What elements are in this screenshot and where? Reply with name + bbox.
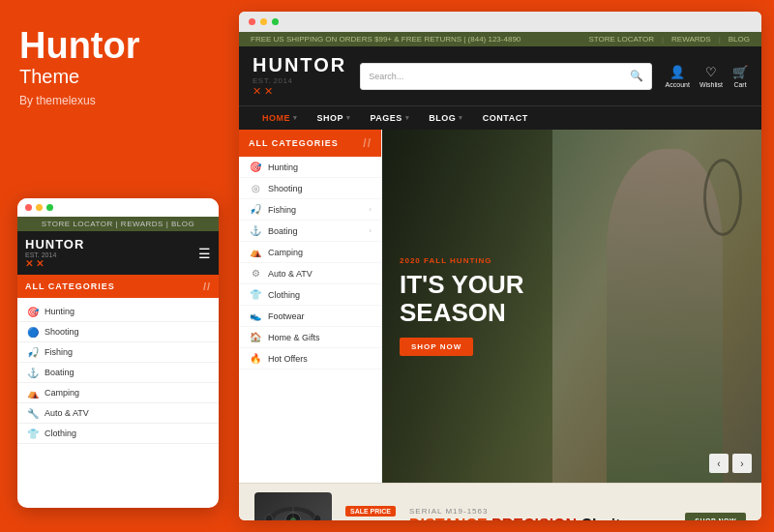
nav-pages-label: PAGES — [371, 113, 402, 123]
browser-dot-green — [272, 18, 279, 25]
mobile-cat-icon: 🎯 — [27, 306, 39, 317]
nav-pages[interactable]: PAGES ▾ — [361, 106, 420, 130]
category-list: 🎯 Hunting ◎ Shooting 🎣 Fishing › — [239, 157, 381, 369]
nav-blog-label: BLOG — [429, 113, 456, 123]
site-header: HUNTOR EST. 2014 ✕ ✕ Search... 🔍 👤 Accou… — [239, 46, 761, 105]
cat-hunting-label: Hunting — [268, 163, 298, 172]
nav-contact[interactable]: CONTACT — [473, 106, 538, 130]
mobile-categories-header: ALL CATEGORIES — [17, 275, 219, 298]
promo-badge: SALE PRICE — [345, 506, 396, 517]
mobile-cat-label: Hunting — [45, 307, 74, 316]
cat-camping[interactable]: ⛺ Camping — [239, 242, 381, 263]
store-locator-link[interactable]: STORE LOCATOR — [588, 35, 654, 44]
mobile-cat-item[interactable]: ⛺Camping — [17, 383, 219, 403]
mobile-cat-label: Shooting — [45, 327, 79, 337]
hero-background: 2020 FALL HUNTING IT'S YOUR SEASON SHOP … — [382, 130, 761, 483]
nav-home[interactable]: HOME ▾ — [253, 106, 308, 130]
cat-hot-offers[interactable]: 🔥 Hot Offers — [239, 348, 381, 369]
promo-tagline: DISTANCE.PRECISION.Clarity — [409, 516, 671, 520]
search-icon[interactable]: 🔍 — [630, 70, 643, 82]
cat-clothing-label: Clothing — [268, 290, 300, 300]
cart-icon: 🛒 — [732, 65, 748, 79]
categories-slash-icon: // — [363, 136, 372, 150]
cat-boating[interactable]: ⚓ Boating › — [239, 221, 381, 242]
categories-header: ALL CATEGORIES // — [239, 130, 381, 157]
mobile-cat-label: Camping — [45, 388, 79, 398]
promo-product-image — [254, 492, 332, 521]
cat-auto-label: Auto & ATV — [268, 269, 313, 279]
account-icon: 👤 — [670, 65, 685, 79]
site-logo: HUNTOR — [253, 54, 346, 76]
cat-footwear[interactable]: 👟 Footwear — [239, 306, 381, 327]
rewards-link[interactable]: REWARDS — [671, 35, 711, 44]
mobile-cat-item[interactable]: ⚓Boating — [17, 363, 219, 383]
auto-icon: ⚙ — [249, 268, 262, 279]
cat-fishing[interactable]: 🎣 Fishing › — [239, 199, 381, 221]
home-gifts-icon: 🏠 — [249, 332, 262, 342]
browser-dot-red — [249, 18, 255, 25]
dot-green — [46, 204, 53, 211]
nav-blog[interactable]: BLOG ▾ — [419, 106, 473, 130]
cat-clothing[interactable]: 👕 Clothing — [239, 284, 381, 306]
nav-home-arrow: ▾ — [293, 114, 298, 122]
nav-shop-arrow: ▾ — [346, 114, 351, 122]
mobile-cat-icon: ⚓ — [27, 367, 39, 378]
mobile-cat-item[interactable]: 🎣Fishing — [17, 342, 219, 363]
promo-text: SERIAL M19-1563 DISTANCE.PRECISION.Clari… — [409, 507, 671, 520]
svg-point-5 — [265, 515, 273, 520]
mobile-cat-icon: 🔵 — [27, 326, 39, 338]
clothing-icon: 👕 — [249, 289, 262, 300]
mobile-logo-sub: EST. 2014 — [25, 251, 84, 258]
hunting-icon: 🎯 — [249, 162, 262, 172]
hero-shop-button[interactable]: SHOP NOW — [400, 338, 473, 356]
mobile-cat-label: Fishing — [45, 347, 73, 357]
svg-point-6 — [313, 515, 321, 520]
cart-button[interactable]: 🛒 Cart — [732, 65, 748, 88]
hero-tag: 2020 FALL HUNTING — [400, 256, 524, 265]
hero-title: IT'S YOUR SEASON — [400, 271, 524, 326]
cat-shooting[interactable]: ◎ Shooting — [239, 178, 381, 199]
promo-price: $475 — [345, 519, 396, 520]
blog-link[interactable]: BLOG — [729, 35, 750, 44]
hot-offers-icon: 🔥 — [249, 353, 262, 364]
mobile-cat-icon: 🎣 — [27, 346, 39, 358]
account-label: Account — [666, 81, 690, 88]
cart-label: Cart — [733, 81, 746, 88]
mobile-cat-label: Auto & ATV — [45, 408, 89, 418]
scope-svg — [264, 499, 322, 520]
mobile-cat-icon: 👕 — [27, 428, 39, 439]
hero-banner: 2020 FALL HUNTING IT'S YOUR SEASON SHOP … — [382, 130, 761, 483]
cat-shooting-label: Shooting — [268, 184, 303, 193]
wishlist-label: Wishlist — [700, 81, 723, 88]
mobile-cats-label: ALL CATEGORIES — [25, 281, 115, 291]
site-logo-wrap: HUNTOR EST. 2014 ✕ ✕ — [253, 54, 346, 98]
top-info-bar: FREE US SHIPPING ON ORDERS $99+ & FREE R… — [239, 32, 761, 46]
slider-next-button[interactable]: › — [732, 454, 752, 473]
hamburger-icon[interactable]: ☰ — [198, 246, 211, 261]
dot-red — [25, 204, 32, 211]
cat-hunting[interactable]: 🎯 Hunting — [239, 157, 381, 178]
cat-home-gifts[interactable]: 🏠 Home & Gifts — [239, 327, 381, 348]
nav-shop[interactable]: SHOP ▾ — [308, 106, 361, 130]
footwear-icon: 👟 — [249, 310, 262, 321]
mobile-cat-item[interactable]: 👕Clothing — [17, 424, 219, 444]
slider-prev-button[interactable]: ‹ — [709, 454, 729, 473]
cat-camping-label: Camping — [268, 248, 303, 257]
wishlist-button[interactable]: ♡ Wishlist — [700, 65, 723, 88]
nav-blog-arrow: ▾ — [459, 114, 463, 122]
site-logo-sub: EST. 2014 — [253, 76, 346, 85]
nav-shop-label: SHOP — [317, 113, 344, 123]
search-bar[interactable]: Search... 🔍 — [360, 63, 651, 90]
mobile-logo-wrap: HUNTOR EST. 2014 ✕ ✕ — [25, 237, 84, 269]
hero-title-line2: SEASON — [400, 299, 524, 327]
mobile-cat-item[interactable]: 🔧Auto & ATV — [17, 403, 219, 424]
boating-icon: ⚓ — [249, 225, 262, 236]
mobile-cat-item[interactable]: 🔵Shooting — [17, 322, 219, 342]
promo-shop-button[interactable]: SHOP NOW — [685, 513, 746, 520]
left-panel: Huntor Theme By themelexus STORE LOCATOR… — [0, 0, 223, 532]
mobile-cat-item[interactable]: 🎯Hunting — [17, 302, 219, 322]
cat-auto[interactable]: ⚙ Auto & ATV — [239, 263, 381, 284]
account-button[interactable]: 👤 Account — [666, 65, 690, 88]
browser-dot-yellow — [260, 18, 267, 25]
nav-home-label: HOME — [262, 113, 290, 123]
